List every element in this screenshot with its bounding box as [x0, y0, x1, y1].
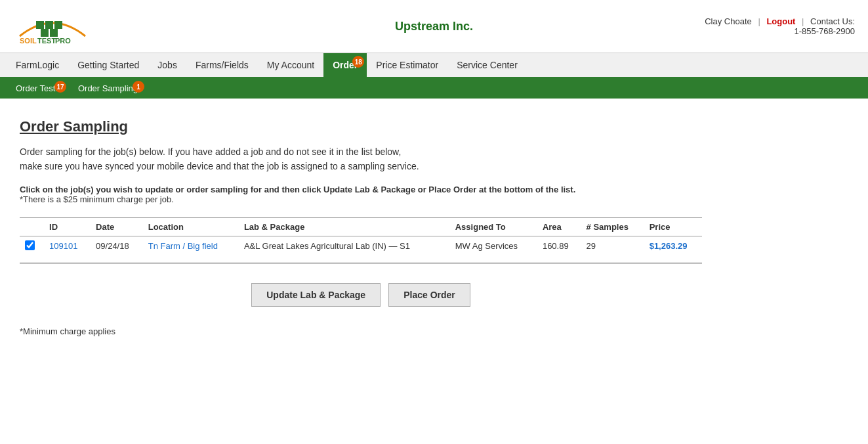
- svg-rect-1: [45, 21, 53, 29]
- subnav-order-sampling[interactable]: Order Sampling 1: [69, 78, 147, 99]
- contact-label: Contact Us:: [810, 16, 855, 26]
- order-sampling-badge: 1: [133, 81, 144, 93]
- logo: SOIL TEST PRO: [13, 7, 92, 46]
- location-link[interactable]: Tn Farm / Big field: [148, 241, 218, 251]
- nav-farms-fields[interactable]: Farms/Fields: [186, 53, 258, 77]
- separator-1: |: [758, 16, 760, 26]
- svg-text:TEST: TEST: [37, 37, 56, 45]
- logout-link[interactable]: Logout: [766, 16, 795, 26]
- footnote: *Minimum charge applies: [20, 326, 702, 336]
- svg-rect-0: [36, 21, 44, 29]
- instruction-note: *There is a $25 minimum charge per job.: [20, 194, 702, 204]
- nav-farmlogic[interactable]: FarmLogic: [7, 53, 68, 77]
- table-row: 109101 09/24/18 Tn Farm / Big field A&L …: [20, 236, 702, 256]
- page-header: SOIL TEST PRO Upstream Inc. Clay Choate …: [0, 0, 868, 53]
- col-area: Area: [537, 217, 581, 236]
- job-id-link[interactable]: 109101: [49, 241, 77, 251]
- row-assigned-to: MW Ag Services: [450, 236, 537, 256]
- col-date: Date: [91, 217, 143, 236]
- table-header: ID Date Location Lab & Package Assigned …: [20, 217, 702, 236]
- desc-line1: Order sampling for the job(s) below. If …: [20, 146, 401, 157]
- sub-nav: Order Tests 17 Order Sampling 1: [0, 78, 868, 99]
- col-samples: # Samples: [581, 217, 644, 236]
- row-lab-package: A&L Great Lakes Agricultural Lab (IN) — …: [239, 236, 450, 256]
- contact-phone: 1-855-768-2900: [791, 26, 855, 36]
- table-body: 109101 09/24/18 Tn Farm / Big field A&L …: [20, 236, 702, 256]
- row-checkbox-cell[interactable]: [20, 236, 44, 256]
- svg-rect-2: [54, 21, 62, 29]
- button-row: Update Lab & Package Place Order: [20, 283, 702, 307]
- row-samples: 29: [581, 236, 644, 256]
- logo-image: SOIL TEST PRO: [13, 7, 92, 46]
- row-date: 09/24/18: [91, 236, 143, 256]
- nav-my-account[interactable]: My Account: [258, 53, 323, 77]
- nav-order[interactable]: Order 18: [323, 53, 367, 77]
- desc-line2: make sure you have synced your mobile de…: [20, 161, 419, 171]
- col-lab-package: Lab & Package: [239, 217, 450, 236]
- company-title: Upstream Inc.: [395, 20, 473, 33]
- svg-text:SOIL: SOIL: [20, 37, 37, 45]
- top-right-info: Clay Choate | Logout | Contact Us: 1-855…: [705, 16, 855, 36]
- user-name: Clay Choate: [705, 16, 752, 26]
- nav-jobs[interactable]: Jobs: [148, 53, 186, 77]
- page-content: Order Sampling Order sampling for the jo…: [0, 99, 722, 349]
- instructions: Click on the job(s) you wish to update o…: [20, 185, 702, 204]
- row-area: 160.89: [537, 236, 581, 256]
- svg-rect-4: [50, 29, 58, 37]
- svg-text:PRO: PRO: [55, 37, 71, 45]
- table-divider: [20, 263, 702, 263]
- place-order-button[interactable]: Place Order: [388, 283, 470, 307]
- nav-getting-started[interactable]: Getting Started: [68, 53, 148, 77]
- update-lab-package-button[interactable]: Update Lab & Package: [251, 283, 381, 307]
- col-price: Price: [644, 217, 702, 236]
- row-location[interactable]: Tn Farm / Big field: [143, 236, 239, 256]
- separator-2: |: [802, 16, 804, 26]
- col-location: Location: [143, 217, 239, 236]
- subnav-order-tests[interactable]: Order Tests 17: [7, 78, 69, 99]
- row-id[interactable]: 109101: [44, 236, 91, 256]
- description: Order sampling for the job(s) below. If …: [20, 144, 702, 174]
- order-table: ID Date Location Lab & Package Assigned …: [20, 217, 702, 256]
- order-tests-badge: 17: [54, 81, 66, 93]
- row-checkbox[interactable]: [25, 240, 35, 250]
- col-id: ID: [44, 217, 91, 236]
- nav-service-center[interactable]: Service Center: [447, 53, 527, 77]
- svg-rect-3: [41, 29, 49, 37]
- col-checkbox: [20, 217, 44, 236]
- row-price: $1,263.29: [644, 236, 702, 256]
- order-badge: 18: [352, 56, 364, 68]
- nav-price-estimator[interactable]: Price Estimator: [367, 53, 447, 77]
- col-assigned-to: Assigned To: [450, 217, 537, 236]
- page-title: Order Sampling: [20, 118, 702, 135]
- instruction-bold: Click on the job(s) you wish to update o…: [20, 185, 702, 194]
- main-nav: FarmLogic Getting Started Jobs Farms/Fie…: [0, 53, 868, 78]
